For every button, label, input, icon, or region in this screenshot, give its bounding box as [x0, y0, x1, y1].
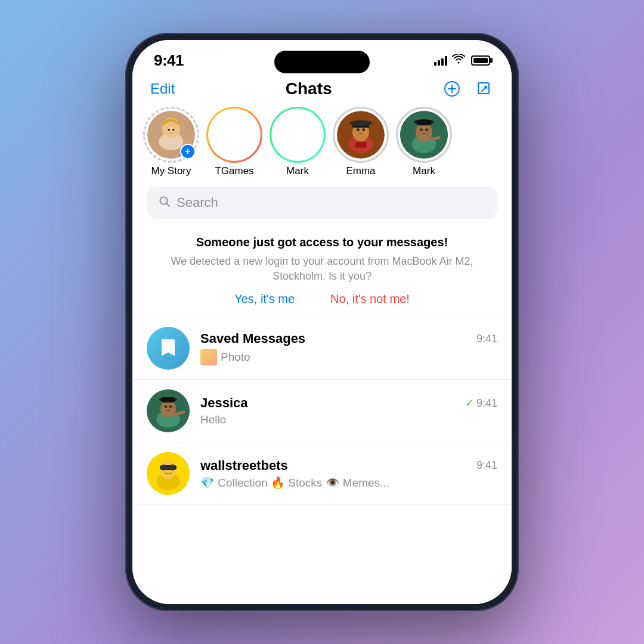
story-item-mark2[interactable]: Mark	[397, 109, 451, 177]
chat-list: Saved Messages 9:41 Photo	[132, 317, 512, 604]
saved-messages-avatar	[147, 327, 190, 370]
svg-rect-52	[162, 397, 175, 402]
security-description: We detected a new login to your account …	[150, 254, 494, 284]
status-time: 9:41	[154, 51, 184, 70]
story-ring	[206, 107, 262, 163]
svg-point-61	[161, 465, 167, 470]
dynamic-island	[274, 51, 370, 73]
yes-button[interactable]: Yes, it's me	[234, 292, 295, 306]
story-label-mark2: Mark	[413, 165, 435, 177]
chat-name-saved: Saved Messages	[200, 331, 305, 346]
story-item-emma[interactable]: Emma	[334, 109, 388, 177]
story-item-mark1[interactable]: Mark	[271, 109, 324, 177]
status-icons	[434, 54, 490, 67]
chat-time-jessica: 9:41	[476, 397, 497, 410]
svg-point-62	[169, 465, 175, 470]
page-title: Chats	[286, 79, 332, 98]
chat-time-wss: 9:41	[476, 459, 497, 472]
svg-rect-3	[478, 83, 489, 94]
phone-frame: 9:41	[125, 33, 519, 611]
no-button[interactable]: No, it's not me!	[330, 292, 410, 306]
chat-item-wss[interactable]: wallstreetbets 9:41 💎 Collection 🔥 Stock…	[132, 442, 512, 505]
edit-button[interactable]: Edit	[150, 80, 175, 97]
battery-icon	[471, 55, 490, 66]
story-ring	[333, 107, 389, 163]
chat-item-jessica[interactable]: Jessica ✓ 9:41 Hello	[132, 380, 512, 442]
chat-item-saved-messages[interactable]: Saved Messages 9:41 Photo	[132, 317, 512, 380]
stories-row: + My Story	[132, 107, 512, 187]
compose-button[interactable]	[475, 79, 494, 98]
story-label-my-story: My Story	[151, 165, 191, 177]
security-banner: Someone just got access to your messages…	[132, 224, 512, 317]
header-icons	[442, 79, 494, 98]
story-label-tgames: TGames	[215, 165, 253, 177]
search-bar[interactable]: Search	[147, 187, 497, 219]
chat-name-jessica: Jessica	[200, 395, 248, 411]
add-story-badge: +	[180, 144, 196, 159]
wss-avatar	[147, 452, 190, 495]
story-label-emma: Emma	[346, 165, 375, 177]
chat-preview-wss: 💎 Collection 🔥 Stocks 👁️ Memes...	[200, 476, 497, 490]
check-icon: ✓	[465, 397, 474, 410]
search-placeholder: Search	[177, 195, 218, 210]
security-actions: Yes, it's me No, it's not me!	[150, 292, 494, 306]
story-item-tgames[interactable]: TGames	[208, 109, 261, 177]
chat-info-jessica: Jessica ✓ 9:41 Hello	[200, 395, 497, 426]
chat-header: Edit Chats	[132, 77, 512, 107]
svg-point-53	[165, 405, 167, 408]
phone-screen: 9:41	[132, 40, 512, 604]
photo-thumbnail	[200, 349, 217, 366]
chat-info-saved: Saved Messages 9:41 Photo	[200, 331, 497, 366]
chat-time-saved: 9:41	[476, 333, 497, 345]
story-label-mark1: Mark	[286, 165, 309, 177]
chat-preview-saved: Photo	[200, 349, 497, 366]
chat-preview-jessica: Hello	[200, 413, 497, 426]
search-icon	[159, 196, 171, 210]
story-ring	[396, 107, 452, 163]
new-story-button[interactable]	[442, 79, 462, 98]
chat-name-wss: wallstreetbets	[200, 458, 288, 473]
svg-point-54	[169, 405, 172, 408]
chat-info-wss: wallstreetbets 9:41 💎 Collection 🔥 Stock…	[200, 458, 497, 490]
signal-icon	[434, 55, 447, 66]
jessica-avatar	[147, 389, 190, 432]
wifi-icon	[452, 54, 465, 67]
svg-line-46	[166, 203, 169, 206]
story-ring	[270, 107, 326, 163]
story-item-my-story[interactable]: + My Story	[144, 109, 198, 177]
security-title: Someone just got access to your messages…	[150, 236, 494, 249]
